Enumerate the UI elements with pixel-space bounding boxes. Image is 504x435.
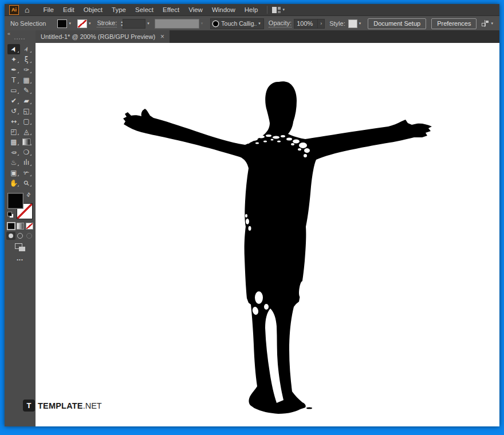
brush-chevron-icon[interactable]: ▾ [258,21,261,26]
arrange-documents-icon[interactable] [482,20,489,27]
brush-name: Touch Callig... [221,20,257,27]
stroke-label[interactable]: Stroke: [97,19,117,27]
fill-color-indicator[interactable] [7,193,23,209]
draw-normal-button[interactable] [6,232,15,240]
tools-panel: « ➤➢✦ξ✒✑T▦▭✎✔▰↺◱↔▢◰◬▩✏❍♨ılı▣✃✋⚲ ⇄ ••• [5,30,36,426]
opacity-field[interactable]: 100% [294,19,318,29]
tool-zoom[interactable]: ⚲ [20,178,33,188]
width-icon: ↔ [11,116,17,126]
zoom-icon: ⚲ [21,178,32,189]
color-paint-button[interactable] [7,223,15,230]
menu-effect[interactable]: Effect [158,6,184,13]
tool-scale[interactable]: ◱ [20,106,33,116]
menu-help[interactable]: Help [240,6,263,13]
collapse-panel-icon[interactable]: « [7,31,10,37]
draw-inside-button[interactable] [25,232,34,240]
menu-file[interactable]: File [38,6,58,13]
fill-stroke-indicator: ⇄ [7,193,34,222]
menu-object[interactable]: Object [79,6,107,13]
menu-type[interactable]: Type [107,6,131,13]
style-chevron-icon[interactable]: ▾ [359,21,361,26]
canvas-area[interactable] [36,43,499,426]
tool-paintbrush[interactable]: ✎ [20,85,33,96]
tool-mesh[interactable]: ▩ [7,137,20,147]
tool-gradient[interactable] [20,137,33,147]
mesh-icon: ▩ [10,137,17,147]
menu-view[interactable]: View [184,6,207,13]
draw-normal-icon [9,234,13,238]
menu-items: FileEditObjectTypeSelectEffectViewWindow… [38,6,262,13]
menu-window[interactable]: Window [207,6,240,13]
tool-slice[interactable]: ✃ [20,168,33,178]
illustrator-app-icon[interactable]: Ai [9,5,19,15]
menu-bar: Ai ⌂ FileEditObjectTypeSelectEffectViewW… [5,4,499,15]
tool-pen[interactable]: ✒ [7,65,20,75]
fill-chevron-icon[interactable]: ▾ [69,21,71,26]
man-silhouette-artwork[interactable] [36,43,499,426]
tool-hand[interactable]: ✋ [7,178,20,188]
stroke-weight-field[interactable] [123,19,145,29]
tool-width[interactable]: ↔ [7,116,20,126]
tool-shape-builder[interactable]: ◰ [7,126,20,137]
tool-free-transform[interactable]: ▢ [20,116,33,126]
width-profile-dropdown[interactable] [155,19,199,29]
tool-rectangular-grid[interactable]: ▦ [20,75,33,85]
template-net-logo-badge: T [23,400,35,412]
tool-rectangle[interactable]: ▭ [7,85,20,96]
tool-magic-wand[interactable]: ✦ [7,54,20,65]
stroke-weight-chevron-icon[interactable]: ▾ [147,21,149,26]
tool-shaper[interactable]: ✔ [7,96,20,106]
menu-edit[interactable]: Edit [58,6,79,13]
desktop-background: Ai ⌂ FileEditObjectTypeSelectEffectViewW… [0,0,504,435]
opacity-label[interactable]: Opacity: [269,19,292,27]
fill-color-swatch[interactable] [57,19,67,28]
edit-toolbar-ellipsis[interactable]: ••• [5,257,36,262]
tool-symbol-sprayer[interactable]: ♨ [7,157,20,168]
default-fill-stroke-icon[interactable] [7,212,14,218]
tool-curvature[interactable]: ✑ [20,65,33,75]
direct-selection-icon: ➢ [21,45,33,54]
stroke-color-swatch[interactable] [77,19,87,28]
shaper-icon: ✔ [11,96,17,106]
style-swatch[interactable] [348,19,357,28]
control-bar: No Selection ▾ ▾ Stroke: ▴▾ ▾ ▾ Touch Ca… [5,15,499,31]
free-transform-icon: ▢ [23,116,29,126]
gradient-paint-button[interactable] [17,223,24,230]
pen-icon: ✒ [11,65,17,75]
document-tab[interactable]: Untitled-1* @ 200% (RGB/GPU Preview) × [36,30,170,43]
brush-definition-dropdown[interactable]: Touch Callig... ▾ [210,18,264,29]
width-profile-chevron-icon: ▾ [201,21,203,26]
tool-grid: ➤➢✦ξ✒✑T▦▭✎✔▰↺◱↔▢◰◬▩✏❍♨ılı▣✃✋⚲ [7,44,33,188]
draw-behind-icon [17,233,23,239]
stroke-chevron-icon[interactable]: ▾ [89,21,91,26]
tab-close-icon[interactable]: × [160,33,164,40]
swap-fill-stroke-icon[interactable]: ⇄ [25,191,32,198]
workspace-chevron-icon[interactable]: ▾ [282,7,285,12]
tool-artboard[interactable]: ▣ [7,168,20,178]
draw-behind-button[interactable] [15,232,25,240]
panel-drag-handle[interactable] [14,38,26,39]
tool-eraser[interactable]: ▰ [20,96,33,106]
arrange-chevron-icon[interactable]: ▾ [491,21,493,26]
rectangle-icon: ▭ [10,85,17,96]
tool-rotate[interactable]: ↺ [7,106,20,116]
opacity-panel-arrow[interactable]: › [318,19,325,29]
tool-blend[interactable]: ❍ [20,147,33,157]
type-icon: T [11,75,15,85]
preferences-button[interactable]: Preferences [431,18,477,29]
tool-eyedropper[interactable]: ✏ [7,147,20,157]
workspace-switcher-icon[interactable] [272,7,281,13]
document-setup-button[interactable]: Document Setup [368,18,426,29]
none-paint-button[interactable] [26,223,33,230]
home-icon[interactable]: ⌂ [25,5,29,15]
scale-icon: ◱ [23,106,29,116]
menu-select[interactable]: Select [131,6,158,13]
tool-direct-selection[interactable]: ➢ [20,44,33,54]
tool-selection[interactable]: ➤ [7,44,20,54]
tool-column-graph[interactable]: ılı [20,157,33,168]
style-label: Style: [329,20,345,27]
tool-perspective-grid[interactable]: ◬ [20,126,33,137]
change-screen-mode-icon[interactable] [15,243,25,251]
tool-type[interactable]: T [7,75,20,85]
tool-lasso[interactable]: ξ [20,54,33,65]
